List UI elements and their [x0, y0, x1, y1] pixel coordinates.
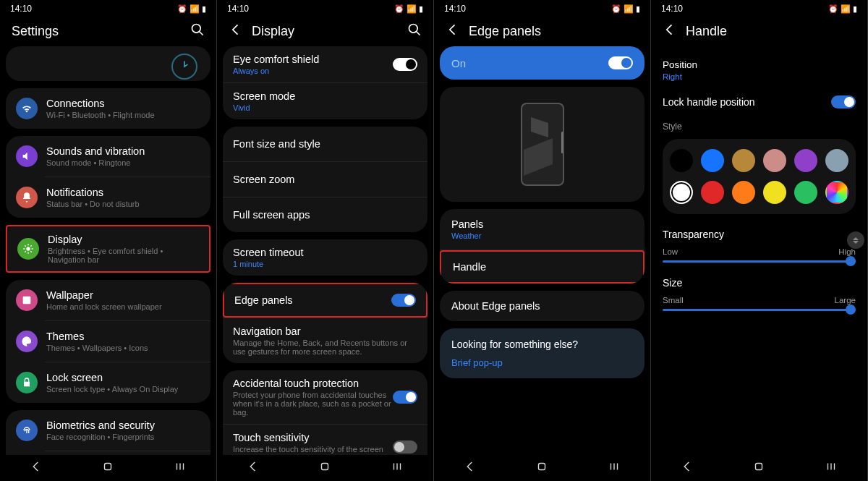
nav-recents[interactable] [174, 460, 187, 476]
nav-back[interactable] [681, 460, 694, 476]
svg-line-7 [25, 245, 25, 246]
sub: Sound mode • Ringtone [46, 158, 200, 167]
lock-label: Lock handle position [663, 96, 831, 108]
svg-rect-12 [105, 464, 111, 470]
transparency-slider[interactable] [663, 260, 856, 263]
row-sounds[interactable]: Sounds and vibrationSound mode • Rington… [6, 136, 210, 176]
search-icon[interactable] [407, 22, 422, 40]
master-toggle[interactable] [608, 56, 633, 69]
nav-recents[interactable] [391, 460, 404, 476]
sound-icon [16, 145, 38, 167]
nav-home[interactable] [318, 460, 331, 476]
status-time: 14:10 [10, 4, 32, 14]
row-screen-timeout[interactable]: Screen timeout1 minute [223, 239, 427, 276]
status-icons: ⏰ 📶 ▮ [828, 4, 857, 14]
nav-back[interactable] [247, 460, 260, 476]
toggle-edge-panels[interactable] [391, 294, 416, 307]
screen-edge-panels: 14:10 ⏰ 📶 ▮ Edge panels On Panels Weathe… [434, 0, 651, 481]
back-icon[interactable] [446, 22, 460, 40]
back-icon[interactable] [229, 22, 243, 40]
color-swatch[interactable] [794, 149, 817, 172]
color-swatch[interactable] [794, 181, 817, 204]
master-toggle-row[interactable]: On [440, 46, 644, 80]
account-card[interactable] [6, 46, 210, 81]
label: Themes [46, 331, 200, 342]
svg-point-16 [409, 25, 418, 33]
color-swatch[interactable] [701, 181, 724, 204]
screen-handle: 14:10 ⏰ 📶 ▮ Handle Position Right Lock h… [651, 0, 868, 481]
nav-recents[interactable] [608, 460, 621, 476]
sub: Increase the touch sensitivity of the sc… [233, 445, 393, 455]
svg-rect-22 [539, 464, 545, 470]
back-icon[interactable] [663, 22, 677, 40]
row-lock-position[interactable]: Lock handle position [663, 95, 856, 108]
row-touch-sensitivity[interactable]: Touch sensitivityIncrease the touch sens… [223, 425, 427, 455]
sub: Status bar • Do not disturb [46, 200, 200, 208]
nav-home[interactable] [752, 460, 765, 476]
fingerprint-icon [16, 420, 38, 441]
size-label: Size [663, 277, 856, 289]
color-swatch[interactable] [825, 149, 848, 172]
row-biometrics[interactable]: Biometrics and securityFace recognition … [6, 410, 210, 451]
color-swatch[interactable] [670, 149, 693, 172]
profile-avatar-icon[interactable] [171, 54, 197, 80]
color-swatch[interactable] [732, 149, 755, 172]
connections-card: ConnectionsWi-Fi • Bluetooth • Flight mo… [6, 88, 210, 129]
row-display[interactable]: DisplayBrightness • Eye comfort shield •… [7, 226, 209, 271]
nav-back[interactable] [30, 460, 43, 476]
color-swatch[interactable] [763, 149, 786, 172]
row-panels[interactable]: Panels Weather [440, 209, 644, 250]
row-font[interactable]: Font size and style [223, 127, 427, 161]
sub: Face recognition • Fingerprints [46, 433, 200, 441]
row-eye-comfort[interactable]: Eye comfort shieldAlways on [223, 46, 427, 82]
row-navigation-bar[interactable]: Navigation barManage the Home, Back, and… [223, 318, 427, 363]
status-time: 14:10 [661, 4, 683, 14]
row-fullscreen-apps[interactable]: Full screen apps [223, 197, 427, 232]
label: Wallpaper [46, 289, 200, 301]
label: Touch sensitivity [233, 432, 393, 443]
toggle-touch-sensitivity[interactable] [393, 440, 417, 454]
status-icons: ⏰ 📶 ▮ [177, 4, 206, 14]
color-swatch[interactable] [701, 149, 724, 172]
nav-back[interactable] [464, 460, 477, 476]
color-swatch[interactable] [670, 181, 693, 204]
row-themes[interactable]: ThemesThemes • Wallpapers • Icons [6, 321, 210, 362]
color-swatch[interactable] [732, 181, 755, 204]
label: Navigation bar [233, 325, 417, 337]
position-label[interactable]: Position [663, 59, 856, 70]
row-edge-panels[interactable]: Edge panels [223, 283, 427, 318]
size-block: Size SmallLarge [663, 277, 856, 311]
label: Accidental touch protection [233, 378, 393, 389]
page-title: Handle [686, 24, 856, 39]
row-connections[interactable]: ConnectionsWi-Fi • Bluetooth • Flight mo… [6, 88, 210, 129]
content: On Panels Weather Handle About Edge pane… [434, 46, 650, 455]
color-swatch[interactable] [763, 181, 786, 204]
size-slider[interactable] [663, 309, 856, 311]
nav-home[interactable] [535, 460, 548, 476]
color-swatch[interactable] [825, 181, 848, 204]
toggle-accidental-touch[interactable] [393, 391, 417, 404]
row-zoom[interactable]: Screen zoom [223, 162, 427, 197]
row-about[interactable]: About Edge panels [440, 291, 644, 321]
screen-display: 14:10 ⏰ 📶 ▮ Display Eye comfort shieldAl… [217, 0, 434, 481]
link-brief-popup[interactable]: Brief pop-up [451, 357, 633, 368]
toggle-eye-comfort[interactable] [393, 58, 417, 71]
on-label: On [451, 57, 608, 69]
label: Display [48, 234, 199, 245]
toggle-lock-position[interactable] [831, 95, 856, 108]
scroll-indicator[interactable] [847, 231, 864, 249]
svg-rect-11 [23, 297, 31, 305]
label: Handle [453, 261, 631, 273]
row-notifications[interactable]: NotificationsStatus bar • Do not disturb [6, 177, 210, 218]
phone-preview [521, 103, 564, 186]
row-screen-mode[interactable]: Screen modeVivid [223, 83, 427, 119]
row-accidental-touch[interactable]: Accidental touch protectionProtect your … [223, 370, 427, 424]
search-icon[interactable] [190, 22, 205, 40]
nav-recents[interactable] [825, 460, 838, 476]
row-handle[interactable]: Handle [440, 250, 644, 284]
nav-bar [0, 455, 216, 481]
row-wallpaper[interactable]: WallpaperHome and lock screen wallpaper [6, 280, 210, 320]
row-lockscreen[interactable]: Lock screenScreen lock type • Always On … [6, 362, 210, 403]
label: Sounds and vibration [46, 145, 200, 157]
nav-home[interactable] [101, 460, 114, 476]
